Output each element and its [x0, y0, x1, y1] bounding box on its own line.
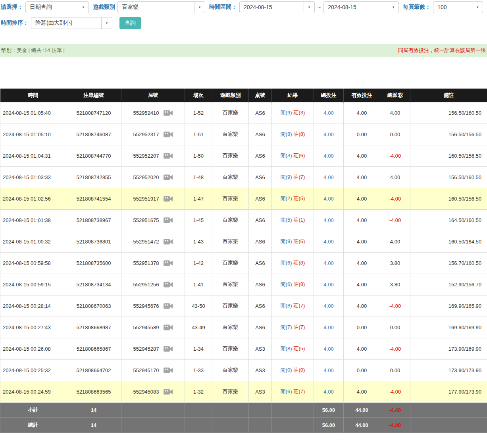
summary-total-bet: 56.00: [314, 417, 344, 433]
records-table: 時間注單編號局號場次遊戲類別桌號結果總投注有效投注總派彩備註 2024-08-1…: [0, 89, 487, 433]
chevron-down-icon: ▼: [304, 2, 314, 13]
table-row: 2024-08-15 00:59:15521808734134552951256…: [0, 274, 487, 295]
video-icon[interactable]: [163, 238, 173, 246]
query-button[interactable]: 查詢: [119, 17, 141, 29]
total-bet-link[interactable]: 4.00: [323, 153, 333, 159]
time-cell: 2024-08-15 00:59:15: [0, 274, 66, 295]
video-icon[interactable]: [163, 302, 173, 310]
payout-cell: -4.00: [380, 188, 410, 209]
table-number-cell: AS6: [249, 188, 272, 209]
player-result: 閒(6): [281, 260, 292, 266]
player-result: 閒(2): [281, 195, 292, 201]
total-bet-link[interactable]: 4.00: [323, 217, 333, 223]
chevron-down-icon: ▼: [101, 17, 112, 29]
total-bet-link[interactable]: 4.00: [323, 260, 333, 266]
video-icon[interactable]: [163, 259, 173, 267]
game-type-value: 百家樂: [118, 4, 142, 11]
date-from-select[interactable]: 2024-08-15 ▼: [239, 1, 315, 13]
total-bet-link[interactable]: 4.00: [323, 389, 333, 395]
video-icon[interactable]: [163, 323, 173, 332]
total-bet-link[interactable]: 4.00: [323, 196, 333, 202]
game-type-cell: 百家樂: [212, 274, 249, 295]
page-size-label: 每頁筆數：: [403, 4, 431, 11]
result-cell: 閒(6)莊(8): [272, 274, 314, 295]
round-number: 552951472: [133, 239, 159, 245]
round-cell: 552945287: [121, 338, 185, 359]
time-cell: 2024-08-15 01:00:32: [0, 231, 66, 252]
video-icon[interactable]: [163, 152, 173, 160]
valid-bet-cell: 4.00: [344, 295, 380, 317]
banker-result: 莊(0): [294, 367, 305, 373]
player-result: 閒(8): [281, 346, 292, 351]
page-size-select[interactable]: 100 ▼: [433, 1, 483, 13]
round-cell: 552945589: [121, 317, 185, 338]
column-header-10: 備註: [410, 89, 487, 102]
result-cell: 閒(7)莊(7): [272, 317, 314, 338]
chevron-down-icon: ▼: [472, 2, 483, 13]
valid-bet-cell: 4.00: [344, 274, 380, 295]
round-cell: 552951917: [121, 188, 185, 209]
bet-id-cell: 521808736801: [66, 231, 121, 252]
video-icon[interactable]: [163, 280, 173, 289]
summary-count: 14: [66, 402, 121, 417]
session-cell: 1-48: [185, 166, 212, 188]
select-label: 請選擇：: [1, 4, 23, 11]
payout-cell: -4.00: [380, 295, 410, 317]
table-row: 2024-08-15 01:05:10521808746087552952317…: [0, 124, 487, 145]
video-icon[interactable]: [163, 345, 173, 353]
game-type-label: 遊戲類別: [93, 4, 115, 11]
round-number: 552945170: [133, 367, 159, 373]
game-type-cell: 百家樂: [212, 166, 249, 188]
payout-cell: 4.00: [380, 102, 410, 124]
valid-bet-cell: 0.00: [344, 359, 380, 381]
result-cell: 閒(9)莊(3): [272, 102, 314, 124]
total-bet-link[interactable]: 4.00: [323, 282, 333, 288]
payout-cell: -4.00: [380, 145, 410, 166]
video-icon[interactable]: [163, 130, 173, 139]
bet-id-cell: 521808744770: [66, 145, 121, 166]
bet-id-cell: 521808747120: [66, 102, 121, 124]
video-icon[interactable]: [163, 366, 173, 375]
total-bet-link[interactable]: 4.00: [323, 303, 333, 309]
note-cell: 156.50/160.50: [410, 166, 487, 188]
total-bet-link[interactable]: 4.00: [323, 174, 333, 180]
round-cell: 552952317: [121, 124, 185, 145]
total-bet-cell: 4.00: [314, 145, 344, 166]
total-bet-link[interactable]: 4.00: [323, 324, 333, 330]
table-number-cell: AS3: [249, 381, 272, 402]
table-row: 2024-08-15 00:28:14521808670063552945676…: [0, 295, 487, 317]
game-type-select[interactable]: 百家樂 ▼: [117, 1, 205, 13]
round-cell: 552945170: [121, 359, 185, 381]
time-cell: 2024-08-15 01:02:56: [0, 188, 66, 209]
chevron-down-icon: ▼: [78, 2, 89, 13]
time-cell: 2024-08-15 01:03:33: [0, 166, 66, 188]
banker-result: 莊(1): [294, 217, 305, 223]
date-to-select[interactable]: 2024-08-15 ▼: [323, 1, 399, 13]
total-bet-cell: 4.00: [314, 124, 344, 145]
total-bet-link[interactable]: 4.00: [323, 346, 333, 352]
payout-cell: 4.00: [380, 166, 410, 188]
total-bet-link[interactable]: 4.00: [323, 239, 333, 245]
video-icon[interactable]: [163, 173, 173, 182]
query-type-select[interactable]: 日期查詢 ▼: [25, 1, 89, 13]
sort-select[interactable]: 降冪(由大到小) ▼: [31, 17, 112, 29]
video-icon[interactable]: [163, 109, 173, 117]
total-bet-link[interactable]: 4.00: [323, 110, 333, 116]
video-icon[interactable]: [163, 216, 173, 224]
video-icon[interactable]: [163, 388, 173, 396]
total-bet-link[interactable]: 4.00: [323, 367, 333, 373]
time-cell: 2024-08-15 01:04:31: [0, 145, 66, 166]
valid-bet-cell: 0.00: [344, 317, 380, 338]
total-bet-cell: 4.00: [314, 188, 344, 209]
column-header-5: 桌號: [249, 89, 272, 102]
payout-cell: -4.00: [380, 209, 410, 231]
chevron-down-icon: ▼: [388, 2, 398, 13]
round-cell: 552952207: [121, 145, 185, 166]
video-icon[interactable]: [163, 195, 173, 203]
round-number: 552945287: [133, 346, 159, 352]
total-bet-link[interactable]: 4.00: [323, 131, 333, 137]
result-cell: 閒(0)莊(0): [272, 359, 314, 381]
round-number: 552952410: [133, 110, 159, 116]
bet-id-cell: 521808746087: [66, 124, 121, 145]
payout-cell: 4.00: [380, 231, 410, 252]
